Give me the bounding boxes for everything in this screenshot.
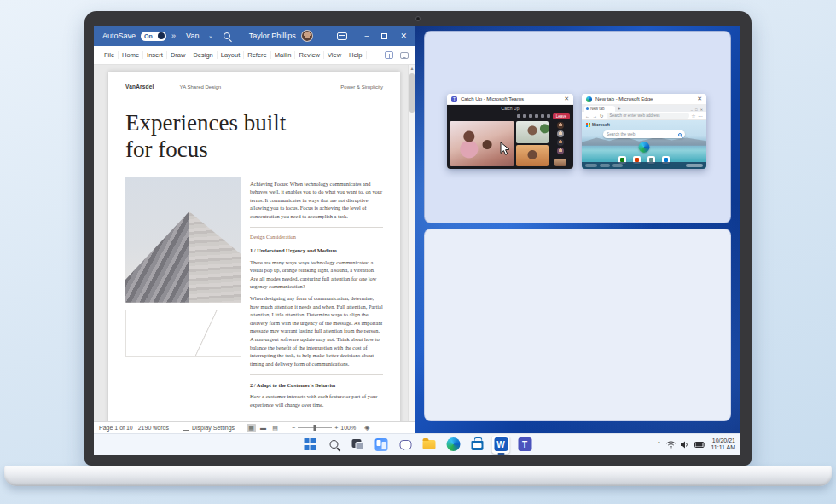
document-title-text: Van... bbox=[186, 32, 206, 40]
autosave-toggle[interactable]: On bbox=[141, 32, 166, 41]
edge-thumbnail-title: New tab - Microsoft Edge bbox=[595, 96, 653, 101]
close-button[interactable]: ✕ bbox=[400, 32, 407, 40]
scroll-up-icon[interactable]: ▲ bbox=[409, 66, 415, 71]
start-button[interactable] bbox=[301, 436, 319, 454]
zoom-out-button[interactable]: − bbox=[292, 425, 295, 431]
teams-taskbar-button[interactable]: T bbox=[516, 436, 534, 454]
doc-section-label: Design Consideration bbox=[250, 233, 383, 240]
tab-review[interactable]: Review bbox=[295, 51, 324, 59]
mic-icon bbox=[523, 114, 526, 118]
quick-access-overflow-icon[interactable]: » bbox=[171, 32, 176, 40]
folder-icon bbox=[423, 440, 436, 449]
laptop-screen: AutoSave On » Van... ⌄ Taylor Phillips – bbox=[94, 26, 740, 455]
search-icon bbox=[329, 440, 338, 449]
comments-icon[interactable] bbox=[400, 52, 409, 59]
mouse-cursor bbox=[500, 142, 511, 156]
tab-layout[interactable]: Layout bbox=[218, 51, 245, 59]
close-icon[interactable]: ✕ bbox=[564, 96, 569, 102]
participants-rail bbox=[550, 121, 571, 166]
divider bbox=[250, 374, 383, 375]
zoom-in-button[interactable]: + bbox=[334, 425, 338, 431]
document-page[interactable]: VanArsdel YA Shared Design Power & Simpl… bbox=[108, 72, 400, 421]
chat-button[interactable] bbox=[397, 436, 415, 454]
vertical-scrollbar[interactable]: ▲ bbox=[408, 65, 415, 421]
tab-home[interactable]: Home bbox=[119, 51, 143, 59]
zoom-control: − + 100% bbox=[292, 425, 356, 431]
word-statusbar: Page 1 of 10 2190 words Display Settings… bbox=[94, 421, 415, 433]
edge-taskbar-button[interactable] bbox=[444, 436, 462, 454]
clock[interactable]: 10/20/21 11:11 AM bbox=[711, 437, 735, 452]
display-settings[interactable]: Display Settings bbox=[183, 425, 235, 431]
scrollbar-thumb[interactable] bbox=[409, 73, 415, 113]
document-header: VanArsdel YA Shared Design Power & Simpl… bbox=[125, 84, 383, 90]
file-explorer-button[interactable] bbox=[421, 436, 438, 454]
laptop-bezel: AutoSave On » Van... ⌄ Taylor Phillips – bbox=[84, 11, 752, 466]
doc-text-column: Achieving Focus: When technology communi… bbox=[250, 177, 383, 409]
search-icon[interactable] bbox=[224, 32, 230, 39]
zoom-level[interactable]: 100% bbox=[340, 425, 356, 431]
system-tray: ⌃ 10/20/21 11:11 AM bbox=[657, 434, 735, 455]
close-icon[interactable]: ✕ bbox=[697, 96, 702, 102]
tray-time: 11:11 AM bbox=[711, 444, 735, 450]
zoom-slider[interactable] bbox=[298, 427, 332, 428]
divider bbox=[250, 227, 383, 228]
teams-thumbnail-titlebar: T Catch Up - Microsoft Teams ✕ bbox=[447, 94, 573, 105]
store-button[interactable] bbox=[468, 436, 486, 454]
tab-references[interactable]: Refere bbox=[244, 51, 271, 59]
participant-avatar bbox=[557, 139, 564, 146]
volume-icon[interactable] bbox=[681, 441, 689, 449]
image-placeholder-box bbox=[125, 310, 241, 357]
read-mode-icon[interactable]: ▦ bbox=[247, 424, 256, 432]
doc-paragraph-1: There are many ways ways technology comm… bbox=[250, 258, 383, 291]
webcam bbox=[415, 16, 421, 21]
tab-view[interactable]: View bbox=[324, 51, 345, 59]
page-indicator[interactable]: Page 1 of 10 bbox=[99, 425, 133, 431]
word-taskbar-button[interactable]: W bbox=[492, 436, 510, 454]
self-view-tile bbox=[554, 159, 566, 166]
microsoft-wordmark: Microsoft bbox=[592, 123, 610, 127]
document-title[interactable]: Van... ⌄ bbox=[186, 32, 213, 40]
battery-icon[interactable] bbox=[694, 442, 705, 448]
wifi-icon[interactable] bbox=[666, 441, 676, 449]
tab-mailings[interactable]: Mailin bbox=[271, 51, 296, 59]
minimize-button[interactable]: – bbox=[364, 32, 369, 40]
tab-draw[interactable]: Draw bbox=[167, 51, 190, 59]
building-photo bbox=[125, 177, 241, 303]
maximize-button[interactable] bbox=[381, 33, 387, 39]
web-search-box: Search the web bbox=[603, 130, 685, 138]
tray-overflow-chevron[interactable]: ⌃ bbox=[657, 441, 662, 448]
snap-zone-bottom[interactable] bbox=[424, 229, 731, 421]
tab-help[interactable]: Help bbox=[345, 51, 366, 59]
autosave-label: AutoSave bbox=[102, 32, 136, 40]
edge-icon bbox=[446, 437, 460, 451]
participant-avatar bbox=[557, 122, 564, 129]
share-icon[interactable] bbox=[385, 51, 393, 59]
ribbon-display-options-icon[interactable] bbox=[337, 32, 347, 40]
desktop-wallpaper bbox=[415, 26, 740, 433]
participants-icon bbox=[547, 114, 550, 118]
edge-new-tab-page: Microsoft Search the web bbox=[582, 120, 706, 169]
tab-insert[interactable]: Insert bbox=[143, 51, 167, 59]
edge-thumbnail-titlebar: New tab - Microsoft Edge ✕ bbox=[582, 94, 706, 105]
windows-logo-icon bbox=[304, 438, 316, 450]
teams-window-thumbnail[interactable]: T Catch Up - Microsoft Teams ✕ Catch Up … bbox=[447, 94, 573, 169]
edge-window-thumbnail[interactable]: New tab - Microsoft Edge ✕ New tab + – □… bbox=[582, 94, 706, 169]
avatar[interactable] bbox=[301, 30, 313, 42]
edge-browser-preview: New tab + – □ ✕ ← → ↻ Search or enter we… bbox=[582, 105, 706, 169]
tab-design[interactable]: Design bbox=[189, 51, 217, 59]
autosave-state: On bbox=[142, 33, 153, 39]
edge-logo bbox=[639, 142, 650, 153]
microsoft-squares-icon bbox=[586, 123, 590, 127]
widgets-button[interactable] bbox=[373, 436, 391, 454]
print-layout-icon[interactable]: ▬ bbox=[258, 424, 268, 432]
taskbar-search-button[interactable] bbox=[325, 436, 343, 454]
search-icon bbox=[678, 133, 682, 136]
web-layout-icon[interactable]: ▤ bbox=[270, 424, 280, 432]
tab-file[interactable]: File bbox=[101, 51, 119, 59]
word-count[interactable]: 2190 words bbox=[138, 425, 169, 431]
task-view-button[interactable] bbox=[349, 436, 367, 454]
toggle-knob-icon bbox=[158, 32, 165, 39]
teams-meeting-preview: Catch Up Leave bbox=[447, 105, 573, 169]
share-screen-icon bbox=[529, 114, 532, 118]
fit-page-icon[interactable]: ◈ bbox=[364, 424, 369, 432]
